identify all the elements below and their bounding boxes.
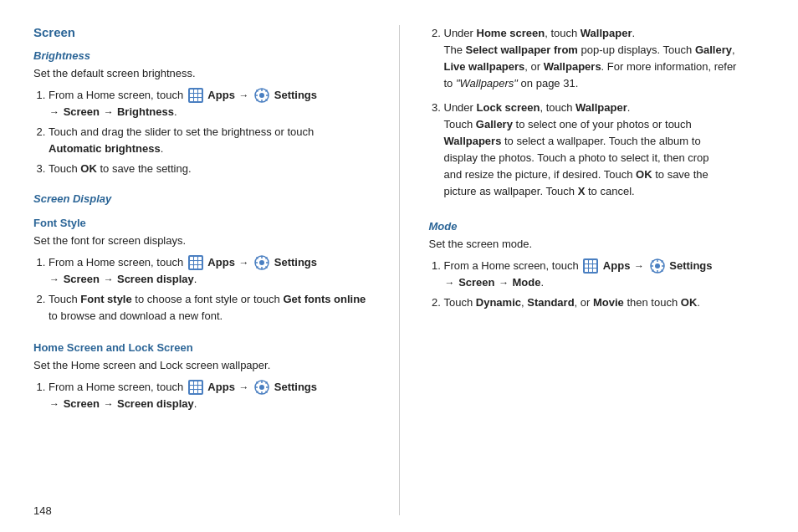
- ws2-sub2: pop-up displays. Touch: [578, 43, 695, 56]
- arrow-2a: →: [238, 257, 248, 269]
- apps-label-1: Apps: [207, 89, 238, 101]
- home-lock-title: Home Screen and Lock Screen: [33, 341, 370, 354]
- ws3-sub5: and resize the picture, if desired. Touc…: [444, 168, 637, 181]
- brightness-step-3: Touch OK to save the setting.: [49, 161, 370, 177]
- ws3-period: .: [627, 101, 631, 114]
- step3-text1: Touch: [49, 162, 80, 175]
- period-3: .: [194, 397, 197, 410]
- auto-brightness-label: Automatic brightness: [49, 142, 161, 155]
- svg-point-21: [259, 385, 264, 390]
- ok-label-3: OK: [681, 296, 698, 309]
- page-content: Screen Brightness Set the default screen…: [0, 0, 798, 532]
- font-style-steps: From a Home screen, touch Apps →: [49, 254, 370, 329]
- arrow-4b: →: [445, 277, 455, 289]
- mode-step-1: From a Home screen, touch Apps →: [444, 258, 765, 291]
- apps-icon-4: [583, 258, 598, 274]
- ws3-sub6: to save the: [652, 168, 708, 181]
- mode-label: Mode: [512, 276, 540, 289]
- ws2-period: .: [632, 27, 635, 39]
- wallpapers-label-1: Wallpapers: [544, 60, 601, 73]
- svg-point-31: [655, 263, 660, 269]
- ok-label-1: OK: [80, 162, 97, 175]
- step2-period: .: [161, 142, 164, 155]
- mode-intro: Set the screen mode.: [429, 236, 765, 253]
- arrow-2c: →: [104, 274, 116, 285]
- mode-step2-text2: then touch: [624, 296, 681, 309]
- brightness-steps: From a Home screen, touch Apps →: [49, 87, 370, 182]
- settings-label-4: Settings: [669, 259, 712, 272]
- ws2-sub1: The: [444, 43, 466, 56]
- screen-label-1: Screen: [64, 105, 100, 118]
- ws2-text1: Under: [444, 27, 477, 39]
- ws3-sub3: to select a wallpaper. Touch the album t…: [501, 135, 700, 147]
- settings-label-2: Settings: [274, 256, 317, 269]
- wallpaper-step-2: Under Home screen, touch Wallpaper. The …: [444, 25, 765, 93]
- wallpapers-ref: "Wallpapers": [456, 77, 518, 90]
- ws2-or: , or: [524, 60, 543, 73]
- gallery-label-2: Gallery: [476, 118, 513, 130]
- font-style-intro: Set the font for screen displays.: [33, 233, 370, 249]
- ws2-sub4: . For more information, refer: [601, 60, 737, 73]
- screen-display-subtitle: Screen Display: [33, 192, 370, 205]
- apps-icon-2: [188, 255, 203, 270]
- wallpaper-label-1: Wallpaper: [581, 27, 632, 39]
- get-fonts-label: Get fonts online: [283, 293, 366, 305]
- right-column: Under Home screen, touch Wallpaper. The …: [429, 25, 765, 515]
- brightness-step1-text1: From a Home screen, touch: [49, 89, 187, 101]
- settings-icon-3: [254, 380, 269, 395]
- screen-label-2: Screen: [64, 273, 100, 285]
- wallpaper-steps: Under Home screen, touch Wallpaper. The …: [444, 25, 765, 203]
- home-lock-intro: Set the Home screen and Lock screen wall…: [33, 357, 370, 374]
- mode-step2-text1: Touch: [444, 296, 476, 309]
- settings-label-3: Settings: [274, 381, 317, 393]
- brightness-subtitle: Brightness: [33, 49, 370, 62]
- screen-label-3: Screen: [64, 397, 100, 410]
- arrow-4c: →: [499, 277, 511, 289]
- dynamic-label: Dynamic: [476, 296, 521, 309]
- ws2-sub5: to: [444, 77, 456, 90]
- arrow-4a: →: [634, 260, 644, 272]
- brightness-label: Brightness: [117, 105, 174, 118]
- screen-display-label-2: Screen display: [117, 397, 194, 410]
- ws2-sub3: ,: [732, 43, 735, 56]
- mode-step1-text: From a Home screen, touch: [444, 259, 582, 272]
- svg-point-11: [259, 260, 264, 265]
- sep2: , or: [575, 296, 593, 309]
- ws3-sub4: display the photos. Touch a photo to sel…: [444, 151, 709, 164]
- period-1: .: [174, 105, 177, 118]
- arrow-3b: →: [49, 398, 59, 410]
- font-style-title: Font Style: [33, 217, 370, 229]
- ws3-sub7: picture as wallpaper. Touch: [444, 185, 578, 197]
- arrow-1c: →: [104, 106, 116, 118]
- page-number: 148: [33, 504, 52, 517]
- settings-icon-1: [254, 88, 269, 103]
- arrow-1a: →: [238, 90, 248, 101]
- svg-point-1: [259, 93, 264, 98]
- brightness-intro: Set the default screen brightness.: [33, 65, 370, 82]
- font-style-label: Font style: [80, 293, 131, 305]
- arrow-2b: →: [49, 274, 59, 285]
- ws3-sub2: to select one of your photos or touch: [513, 118, 692, 130]
- wallpaper-step-3: Under Lock screen, touch Wallpaper. Touc…: [444, 100, 765, 201]
- font-step-2: Touch Font style to choose a font style …: [49, 291, 370, 325]
- lock-screen-label: Lock screen: [477, 101, 540, 114]
- select-wallpaper-label: Select wallpaper from: [466, 43, 578, 56]
- settings-label-1: Settings: [274, 89, 317, 101]
- home-lock-steps: From a Home screen, touch Apps →: [49, 379, 370, 416]
- home-screen-label: Home screen: [477, 27, 545, 39]
- font-step2-text2: to choose a font style or touch: [132, 293, 284, 305]
- brightness-step-1: From a Home screen, touch Apps →: [49, 87, 370, 120]
- arrow-1b: →: [49, 106, 59, 118]
- arrow-3a: →: [238, 381, 248, 393]
- screen-display-label: Screen display: [117, 273, 194, 285]
- wallpaper-label-2: Wallpaper: [575, 101, 627, 114]
- brightness-step-2: Touch and drag the slider to set the bri…: [49, 124, 370, 157]
- screen-label-4: Screen: [458, 276, 494, 289]
- home-lock-step-1: From a Home screen, touch Apps →: [49, 379, 370, 412]
- ws2-text2: , touch: [545, 27, 581, 39]
- font-step-1: From a Home screen, touch Apps →: [49, 254, 370, 288]
- left-column: Screen Brightness Set the default screen…: [33, 25, 370, 515]
- period-5: .: [697, 296, 700, 309]
- ws3-sub1: Touch: [444, 118, 476, 130]
- ok-label-2: OK: [636, 168, 652, 181]
